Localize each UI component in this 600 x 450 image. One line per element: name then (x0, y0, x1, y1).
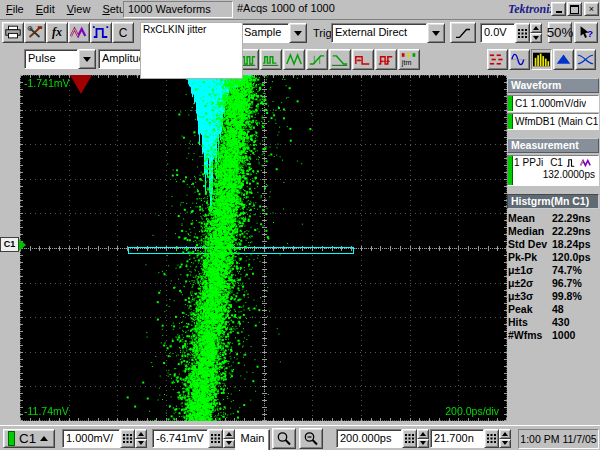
keypad-button[interactable] (208, 429, 223, 448)
keypad-button[interactable] (484, 429, 499, 448)
print-button[interactable] (2, 22, 24, 43)
waveform-entry-wfmdb1[interactable]: WfmDB1 (Main C1 (507, 113, 599, 130)
color-wave-icon (70, 25, 88, 40)
spin-up-button[interactable] (135, 429, 147, 439)
context-help-button[interactable]: ? (574, 22, 598, 43)
close-button[interactable]: × (584, 2, 599, 16)
spin-up-button[interactable] (499, 429, 511, 439)
pulse-glyph-icon (566, 158, 577, 168)
spin-down-button[interactable] (223, 439, 235, 449)
histogram-panel-header[interactable]: Histgrm(Mn C1) (507, 194, 599, 209)
vertical-offset-field[interactable]: -6.741mV (152, 429, 235, 448)
magnifier-icon (303, 431, 319, 447)
c-icon: C (119, 26, 128, 40)
horizontal-position-field[interactable]: 21.700n (430, 429, 511, 448)
waveform-annotation-label[interactable]: RxCLKIN jitter (140, 22, 243, 79)
fall-time-icon (331, 52, 349, 67)
rise-time-icon (308, 52, 326, 67)
eye-diagram-button[interactable] (575, 49, 596, 70)
measure-jitter-button[interactable]: jtm (398, 49, 420, 70)
display-dots-button[interactable] (487, 49, 508, 70)
measure-period-button[interactable] (375, 49, 397, 70)
stat-hits: Hits430 (508, 316, 599, 329)
measurement-index: 1 (514, 157, 520, 168)
jitter-tool-button[interactable] (90, 22, 112, 43)
channel-reference-marker[interactable]: C1 (0, 237, 26, 252)
measure-category-dropdown[interactable]: Pulse (24, 49, 96, 69)
scope-display[interactable] (20, 75, 507, 421)
dropdown-arrow-icon[interactable] (427, 23, 445, 43)
stat-mu3sigma: μ±3σ99.8% (508, 290, 599, 303)
math-button[interactable]: fx (46, 22, 68, 43)
minimize-icon (556, 11, 562, 13)
acquisition-mode-dropdown[interactable]: Sample (240, 23, 307, 43)
horizontal-scale-field[interactable]: 200.000ps (336, 429, 429, 448)
keypad-icon (518, 29, 527, 38)
color-wave-icon (580, 158, 592, 168)
trigger-slope-button[interactable] (450, 22, 476, 43)
tools-icon (26, 25, 44, 40)
stat-stddev: Std Dev18.24ps (508, 238, 599, 251)
menu-view[interactable]: View (61, 1, 97, 18)
spin-up-button[interactable] (223, 429, 235, 439)
waveform-panel-header: Waveform (507, 78, 599, 93)
waveform-tool-button[interactable] (68, 22, 90, 43)
trigger-source-dropdown[interactable]: External Direct (331, 23, 445, 43)
graticule: -1.741mV -11.74mV 200.0ps/div (20, 75, 507, 421)
pulse-train-icon (262, 52, 280, 67)
waveform-entry-c1[interactable]: C1 1.000mV/div (507, 95, 599, 112)
svg-text:?: ? (587, 28, 593, 39)
amplitude-icon (285, 52, 303, 67)
measure-risetime-button[interactable] (306, 49, 328, 70)
trigger-level-field[interactable]: 0.0V (480, 23, 542, 43)
measure-pulsetrain-button[interactable] (260, 49, 282, 70)
restore-button[interactable] (567, 2, 582, 16)
vertical-scale-spinner (135, 429, 147, 448)
bottom-scale-label: -11.74mV (24, 405, 69, 417)
dropdown-arrow-icon[interactable] (78, 49, 96, 69)
vertical-scale-field[interactable]: 1.000mV/ (62, 429, 147, 448)
oscilloscope-app: File Edit View Setup Utilities Help 1000… (0, 0, 600, 450)
fx-icon: fx (52, 25, 62, 40)
menu-file[interactable]: File (0, 1, 30, 18)
zoom-in-button[interactable] (272, 428, 296, 449)
spin-down-button[interactable] (530, 33, 542, 43)
eye-diagram-icon (577, 52, 594, 67)
channel-select-button[interactable]: C1 (3, 429, 55, 448)
minimize-button[interactable] (551, 2, 566, 16)
measurement-entry-ppji[interactable]: 1 PPJi C1 132.0000ps (507, 155, 599, 186)
measure-falltime-button[interactable] (329, 49, 351, 70)
set-fifty-percent-button[interactable]: 50% (548, 22, 572, 43)
histogram-icon (555, 52, 572, 67)
spin-up-button[interactable] (530, 23, 542, 33)
keypad-button[interactable] (120, 429, 135, 448)
top-scale-label: -1.741mV (24, 77, 70, 89)
display-vector-button[interactable] (509, 49, 530, 70)
spin-down-button[interactable] (499, 439, 511, 449)
display-infinite-persist-button[interactable] (531, 49, 552, 70)
cursor-button[interactable]: C (112, 22, 134, 43)
histogram-mode-button[interactable] (553, 49, 574, 70)
measure-poswidth-button[interactable] (352, 49, 374, 70)
spin-down-icon (533, 36, 539, 40)
period-icon (377, 52, 395, 67)
jitter-pulse-icon (92, 25, 110, 40)
spin-down-button[interactable] (135, 439, 147, 449)
tektronix-logo: Tektronix (508, 2, 556, 17)
zoom-out-button[interactable] (299, 428, 323, 449)
spin-up-button[interactable] (417, 429, 429, 439)
dropdown-arrow-icon[interactable] (289, 23, 307, 43)
keypad-button[interactable] (515, 23, 530, 43)
restore-icon (570, 5, 579, 14)
tools-button[interactable] (24, 22, 46, 43)
keypad-button[interactable] (402, 429, 417, 448)
histogram-stats: Mean22.29ns Median22.29ns Std Dev18.24ps… (507, 211, 599, 342)
spin-down-button[interactable] (417, 439, 429, 449)
dashed-trace-icon (489, 52, 506, 67)
measure-amplitude-button[interactable] (283, 49, 305, 70)
sine-wave-icon (511, 52, 528, 67)
menu-edit[interactable]: Edit (30, 1, 61, 18)
timebase-mode-button[interactable]: Main (235, 429, 270, 450)
trace-color-bar (8, 431, 15, 446)
status-bar: C1 1.000mV/ -6.741mV Main (0, 425, 600, 450)
